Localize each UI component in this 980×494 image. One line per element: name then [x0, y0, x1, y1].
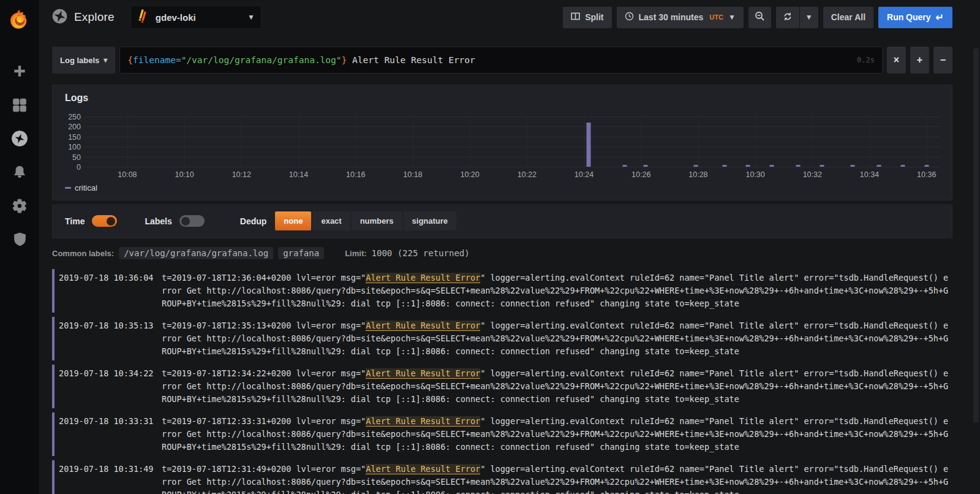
- chart-bar[interactable]: [770, 165, 774, 167]
- query-elapsed-time: 0.2s: [857, 56, 875, 64]
- chart-bar[interactable]: [746, 165, 750, 167]
- alerting-bell-icon: [12, 164, 28, 183]
- plus-icon: [12, 63, 28, 82]
- query-search-text: Alert Rule Result Error: [347, 55, 475, 65]
- logs-controls: Time Labels Dedup noneexactnumberssignat…: [52, 204, 952, 238]
- query-row: Log labels ▾ {filename="/var/log/grafana…: [52, 47, 952, 74]
- page-scrollbar[interactable]: [973, 48, 979, 423]
- run-query-button[interactable]: Run Query ↵: [878, 7, 952, 28]
- log-timestamp: 2019-07-18 10:34:22: [59, 367, 162, 406]
- dedup-option-numbers[interactable]: numbers: [352, 211, 402, 230]
- chart-gridline-v: [127, 117, 128, 167]
- legend-swatch: [65, 187, 71, 189]
- log-row[interactable]: 2019-07-18 10:36:04t=2019-07-18T12:36:04…: [52, 269, 952, 313]
- refresh-button-group: ▼: [776, 7, 818, 28]
- log-row[interactable]: 2019-07-18 10:34:22t=2019-07-18T12:34:22…: [52, 365, 952, 408]
- log-labels-dropdown[interactable]: Log labels ▾: [52, 47, 115, 74]
- common-label-chip[interactable]: /var/log/grafana/grafana.log: [119, 247, 273, 259]
- collapse-query-button[interactable]: −: [933, 47, 952, 74]
- logs-graph-panel: Logs 050100150200250 10:0810:1010:1210:1…: [52, 85, 952, 200]
- panel-title: Logs: [60, 93, 941, 104]
- page-title: Explore: [74, 10, 115, 24]
- refresh-button[interactable]: [776, 7, 799, 28]
- x-tick-label: 10:24: [575, 170, 594, 179]
- explore-brand: Explore: [51, 8, 115, 27]
- chart-bar[interactable]: [694, 165, 698, 167]
- sidebar-item-plus[interactable]: [11, 64, 28, 81]
- dedup-option-exact[interactable]: exact: [312, 211, 350, 230]
- chart-y-axis: 050100150200250: [60, 117, 85, 167]
- chart-bar[interactable]: [722, 165, 726, 167]
- log-message: t=2019-07-18T12:34:22+0200 lvl=eror msg=…: [162, 367, 952, 406]
- datasource-picker[interactable]: gdev-loki ▼: [130, 6, 262, 29]
- labels-toggle[interactable]: [179, 215, 205, 227]
- log-timestamp: 2019-07-18 10:36:04: [59, 272, 162, 310]
- log-rows-list: 2019-07-18 10:36:04t=2019-07-18T12:36:04…: [52, 269, 952, 494]
- y-tick-label: 0: [77, 163, 81, 172]
- explore-toolbar: Explore gdev-loki ▼: [39, 0, 980, 34]
- sidebar-item-dashboards[interactable]: [11, 97, 28, 115]
- y-tick-label: 50: [72, 153, 81, 162]
- query-label-value: "/var/log/grafana/grafana.log": [181, 55, 342, 65]
- enter-key-icon: ↵: [936, 12, 944, 23]
- remove-query-button[interactable]: ×: [887, 47, 906, 74]
- sidebar-item-settings-gear[interactable]: [11, 199, 28, 216]
- explore-compass-icon: [51, 8, 68, 27]
- chart-plot[interactable]: [85, 117, 941, 167]
- split-button[interactable]: Split: [563, 7, 611, 28]
- log-highlight: Alert Rule Result Error: [366, 273, 480, 283]
- sidebar-item-alerting-bell[interactable]: [11, 165, 28, 182]
- loki-logo-icon: [137, 9, 149, 25]
- log-message: t=2019-07-18T12:31:49+0200 lvl=eror msg=…: [162, 463, 952, 494]
- time-range-picker[interactable]: Last 30 minutes UTC ▼: [617, 7, 744, 28]
- x-tick-label: 10:14: [289, 170, 308, 179]
- sidebar-item-explore-compass[interactable]: [11, 131, 28, 148]
- log-message: t=2019-07-18T12:33:31+0200 lvl=eror msg=…: [162, 415, 952, 454]
- x-tick-label: 10:36: [917, 170, 936, 179]
- x-tick-label: 10:18: [403, 170, 422, 179]
- logs-meta-row: Common labels: /var/log/grafana/grafana.…: [52, 247, 952, 259]
- chart-legend: critical: [60, 182, 941, 196]
- chart-x-axis: 10:0810:1010:1210:1410:1610:1810:2010:22…: [85, 167, 941, 182]
- limit-label: Limit:: [345, 249, 366, 258]
- y-tick-label: 150: [68, 133, 81, 142]
- log-row[interactable]: 2019-07-18 10:35:13t=2019-07-18T12:35:13…: [52, 317, 952, 360]
- toolbar-actions: Split Last 30 minutes UTC ▼: [563, 7, 952, 28]
- log-row[interactable]: 2019-07-18 10:33:31t=2019-07-18T12:33:31…: [52, 412, 952, 456]
- main-area: Explore gdev-loki ▼: [39, 0, 980, 494]
- log-message: t=2019-07-18T12:36:04+0200 lvl=eror msg=…: [162, 272, 952, 310]
- log-highlight: Alert Rule Result Error: [366, 464, 480, 474]
- dedup-button-group: noneexactnumberssignature: [275, 211, 456, 230]
- chart-bar[interactable]: [851, 165, 855, 167]
- chart-bar[interactable]: [796, 165, 801, 167]
- add-query-button[interactable]: +: [910, 47, 929, 74]
- dedup-option-signature[interactable]: signature: [404, 211, 457, 230]
- chart-bar[interactable]: [644, 165, 648, 167]
- chart-gridline-v: [241, 117, 242, 167]
- common-label-chip[interactable]: grafana: [278, 247, 324, 259]
- time-toggle[interactable]: [92, 215, 117, 227]
- labels-toggle-label: Labels: [145, 216, 172, 226]
- log-row[interactable]: 2019-07-18 10:31:49t=2019-07-18T12:31:49…: [52, 460, 952, 494]
- chart-bar[interactable]: [924, 165, 929, 167]
- sidebar-item-shield[interactable]: [11, 232, 28, 249]
- legend-label[interactable]: critical: [75, 183, 97, 192]
- time-range-label: Last 30 minutes: [639, 12, 704, 22]
- query-equals: =: [176, 55, 181, 65]
- clear-all-button[interactable]: Clear All: [823, 7, 873, 28]
- chevron-down-icon: ▼: [728, 13, 736, 21]
- chart-gridline-v: [927, 117, 927, 167]
- chart-bar[interactable]: [900, 165, 905, 167]
- chart-bar[interactable]: [587, 123, 591, 167]
- grafana-logo-icon[interactable]: [0, 0, 39, 39]
- chart-gridline-v: [641, 117, 642, 167]
- chart-bar[interactable]: [622, 165, 627, 167]
- chart-bar[interactable]: [877, 165, 881, 167]
- zoom-out-button[interactable]: [748, 7, 771, 28]
- refresh-interval-dropdown[interactable]: ▼: [799, 7, 818, 28]
- dedup-option-none[interactable]: none: [275, 211, 311, 230]
- query-input[interactable]: {filename="/var/log/grafana/grafana.log"…: [119, 47, 883, 74]
- refresh-icon: [783, 12, 793, 23]
- chart-bar[interactable]: [820, 165, 824, 167]
- dedup-label: Dedup: [240, 216, 267, 226]
